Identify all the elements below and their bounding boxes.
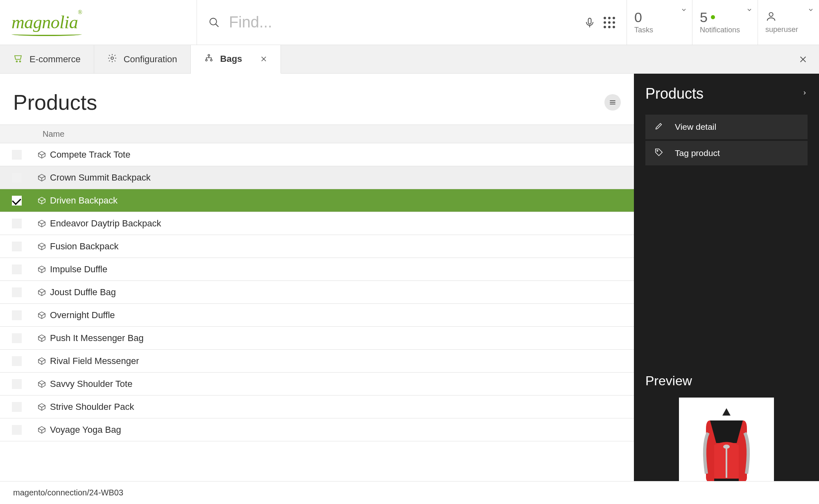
row-checkbox[interactable] <box>0 425 34 435</box>
row-name: Endeavor Daytrip Backpack <box>50 218 161 229</box>
table-row[interactable]: Rival Field Messenger <box>0 350 634 373</box>
row-name: Driven Backpack <box>50 195 118 206</box>
action-panel: Products View detailTag product Preview <box>634 74 819 504</box>
page-title: Products <box>13 90 97 115</box>
close-icon[interactable] <box>260 55 267 63</box>
tab-bags[interactable]: Bags <box>191 45 281 74</box>
tab-label: Configuration <box>124 54 177 65</box>
table-row[interactable]: Fusion Backpack <box>0 235 634 258</box>
mic-icon[interactable] <box>584 17 595 28</box>
row-checkbox[interactable] <box>0 287 34 297</box>
logo[interactable]: magnolia® <box>0 0 197 45</box>
row-checkbox[interactable] <box>0 173 34 183</box>
table-row[interactable]: Overnight Duffle <box>0 304 634 327</box>
row-checkbox[interactable] <box>0 264 34 274</box>
tag-icon <box>654 148 663 159</box>
row-checkbox[interactable] <box>0 196 34 206</box>
preview-image <box>679 398 774 493</box>
logo-text: magnolia <box>11 12 78 32</box>
svg-point-0 <box>210 18 217 25</box>
package-icon <box>34 402 50 411</box>
view-options-button[interactable] <box>604 94 621 111</box>
table-row[interactable]: Endeavor Daytrip Backpack <box>0 212 634 235</box>
package-icon <box>34 311 50 320</box>
package-icon <box>34 288 50 297</box>
row-name: Crown Summit Backpack <box>50 172 151 183</box>
user-name: superuser <box>765 25 812 34</box>
row-name: Rival Field Messenger <box>50 356 139 366</box>
notifications-tile[interactable]: 5 Notifications <box>692 0 758 45</box>
close-all-tabs[interactable] <box>787 45 819 73</box>
row-checkbox[interactable] <box>0 219 34 228</box>
notifications-count: 5 <box>700 10 708 24</box>
svg-point-7 <box>111 57 113 59</box>
preview-title: Preview <box>645 373 808 389</box>
row-name: Compete Track Tote <box>50 149 130 160</box>
table-row[interactable]: Joust Duffle Bag <box>0 281 634 304</box>
row-checkbox[interactable] <box>0 242 34 251</box>
chevron-down-icon <box>681 7 687 15</box>
table-row[interactable]: Voyage Yoga Bag <box>0 418 634 441</box>
action-label: Tag product <box>675 148 720 158</box>
gear-icon <box>107 53 117 66</box>
package-icon <box>34 380 50 389</box>
column-header-name[interactable]: Name <box>43 129 64 139</box>
close-icon <box>799 55 808 64</box>
tab-e-commerce[interactable]: E-commerce <box>0 45 94 73</box>
row-checkbox[interactable] <box>0 333 34 343</box>
package-icon <box>34 173 50 182</box>
tab-label: Bags <box>220 54 242 64</box>
status-bar: magento/connection/24-WB03 <box>0 481 819 504</box>
table-header: Name <box>0 124 634 143</box>
status-path: magento/connection/24-WB03 <box>13 488 123 497</box>
tasks-label: Tasks <box>634 26 685 34</box>
table-row[interactable]: Savvy Shoulder Tote <box>0 373 634 396</box>
action-tag-product[interactable]: Tag product <box>645 141 808 165</box>
action-label: View detail <box>675 122 716 132</box>
action-view-detail[interactable]: View detail <box>645 115 808 139</box>
svg-point-4 <box>769 13 773 16</box>
global-search <box>197 0 627 45</box>
row-checkbox[interactable] <box>0 310 34 320</box>
menu-icon <box>609 98 617 106</box>
package-icon <box>34 425 50 434</box>
package-icon <box>34 334 50 343</box>
chevron-down-icon <box>808 7 814 15</box>
table-row[interactable]: Strive Shoulder Pack <box>0 396 634 418</box>
table-row[interactable]: Push It Messenger Bag <box>0 327 634 350</box>
package-icon <box>34 196 50 205</box>
table-body: Compete Track ToteCrown Summit BackpackD… <box>0 143 634 504</box>
row-checkbox[interactable] <box>0 150 34 160</box>
app-header: magnolia® 0 Tasks 5 Notifications superu… <box>0 0 819 45</box>
user-tile[interactable]: superuser <box>758 0 819 45</box>
table-row[interactable]: Crown Summit Backpack <box>0 166 634 189</box>
table-row[interactable]: Impulse Duffle <box>0 258 634 281</box>
row-checkbox[interactable] <box>0 379 34 389</box>
row-name: Savvy Shoulder Tote <box>50 379 132 389</box>
svg-point-9 <box>210 59 212 61</box>
table-row[interactable]: Driven Backpack <box>0 189 634 212</box>
notifications-dot-icon <box>711 15 715 19</box>
row-checkbox[interactable] <box>0 356 34 366</box>
collapse-panel-button[interactable] <box>802 90 808 97</box>
search-input[interactable] <box>228 13 576 32</box>
row-checkbox[interactable] <box>0 402 34 412</box>
pencil-icon <box>654 122 663 133</box>
tasks-tile[interactable]: 0 Tasks <box>627 0 692 45</box>
app-grid-icon[interactable] <box>604 17 615 28</box>
tab-configuration[interactable]: Configuration <box>94 45 191 73</box>
svg-point-8 <box>206 59 207 61</box>
package-icon <box>34 219 50 228</box>
svg-point-31 <box>657 150 658 151</box>
package-icon <box>34 265 50 274</box>
svg-point-6 <box>20 61 21 62</box>
list-pane: Products Name Compete Track ToteCrown Su… <box>0 74 634 504</box>
svg-rect-32 <box>726 445 727 478</box>
table-row[interactable]: Compete Track Tote <box>0 143 634 166</box>
node-icon <box>204 53 214 65</box>
row-name: Overnight Duffle <box>50 310 115 321</box>
row-name: Push It Messenger Bag <box>50 333 144 344</box>
search-icon <box>208 17 220 28</box>
svg-point-5 <box>16 61 18 62</box>
chevron-down-icon <box>746 7 753 15</box>
